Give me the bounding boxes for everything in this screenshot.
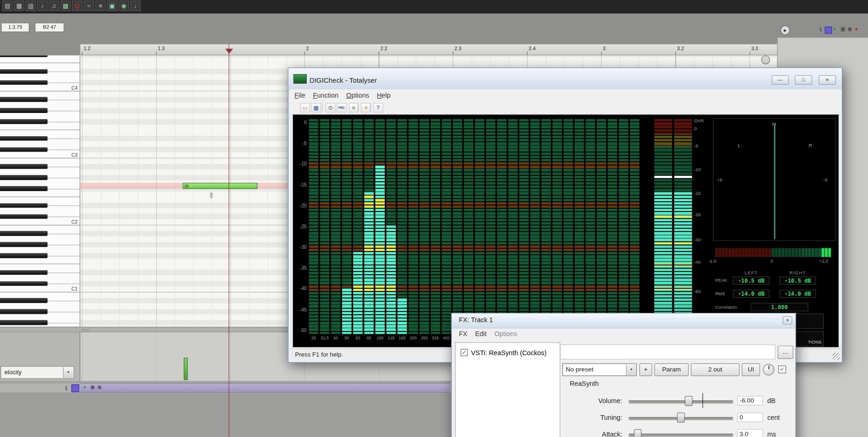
minimize-button[interactable]: — (772, 75, 789, 85)
param-value-field[interactable]: 0 (737, 413, 763, 422)
record-arm-icon[interactable]: ● (83, 384, 86, 390)
piano-key-black[interactable] (0, 298, 47, 303)
piano-key-black[interactable] (0, 164, 47, 169)
grid-line (100, 55, 101, 327)
key-separator (47, 150, 80, 150)
menu-help[interactable]: Help (373, 89, 395, 101)
fnc-icon[interactable]: FNC (336, 103, 346, 113)
param-slider-thumb[interactable] (685, 396, 693, 406)
spectrum-band (453, 119, 462, 334)
piano-key-black[interactable] (0, 214, 47, 219)
media-item-lane[interactable] (80, 383, 450, 392)
key-separator (47, 189, 80, 189)
spectrum-peak-hold (397, 298, 407, 301)
piano-key-black[interactable] (0, 97, 47, 102)
grid-icon[interactable]: ▤ (2, 0, 13, 11)
lock-icon[interactable]: ▣ (840, 26, 845, 32)
maximize-button[interactable]: □ (795, 75, 812, 85)
spectrum-gridline (497, 285, 506, 292)
menu-options[interactable]: Options (342, 89, 373, 101)
piano-keyboard[interactable]: C4C3C2C1 (0, 55, 80, 327)
piano-key-black[interactable] (0, 175, 47, 180)
piano-key-black[interactable] (0, 270, 47, 275)
piano-key-black[interactable] (0, 186, 47, 191)
midi-note[interactable]: 26 (183, 183, 257, 189)
eye-icon[interactable]: ◉ (848, 26, 852, 32)
plugin-params: Volume:-6.00dBTuning:0centAttack:3.0ms (452, 313, 796, 437)
piano-key-black[interactable] (0, 231, 47, 236)
key-separator (47, 178, 80, 178)
param-slider-thumb[interactable] (677, 413, 685, 423)
resize-grip[interactable] (833, 353, 840, 360)
panel-button-label: TIONS (808, 339, 822, 344)
piano-key-black[interactable] (0, 281, 47, 286)
piano-key-black[interactable] (0, 147, 47, 152)
piano-key-black[interactable] (0, 203, 47, 208)
piano-key-black[interactable] (0, 136, 47, 141)
scroll-widget[interactable] (761, 55, 770, 64)
record-arm-icon[interactable]: ● (855, 26, 858, 32)
mic-icon[interactable]: ♪ (37, 0, 48, 11)
readout-header-left: LEFT (733, 270, 769, 275)
key-separator (47, 217, 80, 217)
velocity-dropdown[interactable]: elocity ▼ (0, 366, 74, 378)
fx-enable-icon[interactable]: ● (833, 26, 836, 32)
param-value-field[interactable]: 3.0 (737, 429, 763, 437)
spectrum-gridline (541, 202, 551, 209)
toggle-on-icon[interactable]: ▣ (107, 0, 118, 11)
correlation-segment (775, 248, 778, 257)
sync-icon[interactable]: ◉ (118, 0, 129, 11)
piano-key-black[interactable] (0, 108, 47, 113)
piano-key-black[interactable] (0, 119, 47, 124)
correlation-segment (822, 248, 824, 257)
eye-icon[interactable]: ◉ (98, 384, 102, 390)
open-icon[interactable]: ▭ (300, 103, 310, 113)
spectrum-gridline (320, 245, 329, 252)
edit-cursor-marker[interactable] (225, 49, 233, 54)
track-color-swatch[interactable] (825, 26, 832, 33)
spectrum-band (497, 119, 506, 334)
param-slider-track[interactable] (629, 434, 733, 437)
splitter-grip[interactable] (82, 329, 90, 331)
velocity-bar[interactable] (184, 358, 188, 380)
grid-snap-icon[interactable]: ▩ (60, 0, 71, 11)
grid-line (267, 55, 268, 327)
note-edit-icon[interactable]: ♫ (49, 0, 59, 11)
wave-icon[interactable]: ≈ (84, 0, 94, 11)
piano-key-black[interactable] (0, 242, 47, 247)
piano-key-black[interactable] (0, 69, 47, 74)
help-icon[interactable]: ? (373, 103, 383, 113)
param-slider-thumb[interactable] (634, 429, 642, 437)
meter-led-mask (674, 119, 692, 315)
spectrum-gridline (619, 245, 628, 252)
track-color-swatch[interactable] (72, 384, 79, 392)
menu-function[interactable]: Function (309, 89, 342, 101)
piano-key-black[interactable] (0, 253, 47, 258)
save-icon[interactable]: ▦ (311, 103, 321, 113)
grid-line (156, 55, 157, 327)
play-icon[interactable]: ▶ (781, 26, 790, 35)
list-icon[interactable]: ▦ (14, 0, 25, 11)
spectrum-band (508, 119, 518, 334)
digicheck-titlebar[interactable]: DIGICheck - Totalyser — □ × (289, 68, 842, 90)
dropdown-arrow-icon[interactable]: ▼ (63, 367, 73, 378)
piano-key-black[interactable] (0, 55, 47, 57)
menu-file[interactable]: File (290, 89, 309, 101)
correlation-segment (795, 248, 798, 257)
spectrum-gridline (564, 202, 573, 209)
close-button[interactable]: × (819, 75, 836, 85)
param-label: Volume: (570, 397, 622, 405)
mixer-icon[interactable]: ▥ (26, 0, 36, 11)
param-slider-track[interactable] (629, 400, 733, 404)
rows-icon[interactable]: ≡ (95, 0, 106, 11)
pull-down-icon[interactable]: ↓ (130, 0, 141, 11)
lock-icon[interactable]: ▣ (90, 384, 95, 390)
timeline-ruler[interactable]: 1.21.322.22.32.433.23.3 (80, 44, 777, 55)
spectrum-band (375, 119, 385, 334)
param-value-field[interactable]: -6.00 (737, 396, 763, 405)
power-icon[interactable]: ⊙ (326, 103, 335, 113)
piano-key-black[interactable] (0, 309, 47, 314)
quantize-icon[interactable]: Q (72, 0, 83, 11)
piano-key-black[interactable] (0, 320, 47, 325)
piano-key-black[interactable] (0, 80, 47, 85)
